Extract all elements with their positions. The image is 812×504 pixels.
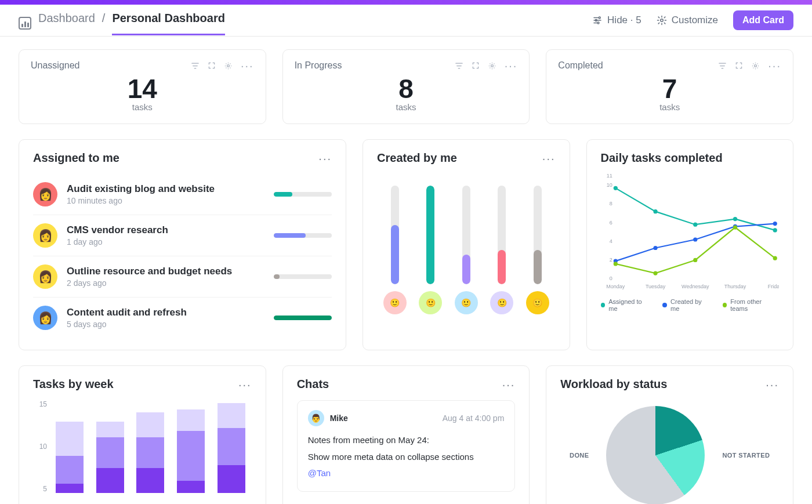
avatar: 🙂 [490, 291, 513, 314]
stat-card-unassigned[interactable]: Unassigned ··· 14 tasks [19, 49, 266, 124]
expand-icon[interactable] [208, 61, 216, 70]
breadcrumb-active[interactable]: Personal Dashboard [112, 12, 225, 35]
panel-title: Created by me [377, 151, 457, 165]
hide-button[interactable]: Hide · 5 [592, 14, 641, 26]
chat-message[interactable]: 👨 Mike Aug 4 at 4:00 pm Notes from meeti… [297, 400, 516, 492]
filter-icon[interactable] [718, 61, 727, 70]
gear-icon[interactable] [224, 61, 233, 70]
y-tick: 10 [33, 443, 47, 451]
more-icon[interactable]: ··· [505, 63, 518, 68]
task-time: 10 minutes ago [67, 196, 264, 205]
breadcrumb-root[interactable]: Dashboard [38, 12, 95, 35]
svg-point-21 [693, 223, 697, 227]
svg-text:Wednesday: Wednesday [682, 284, 709, 289]
expand-icon[interactable] [735, 61, 743, 70]
chats-panel: Chats ··· 👨 Mike Aug 4 at 4:00 pm Notes … [282, 365, 530, 504]
avatar: 👨 [308, 410, 324, 426]
svg-point-2 [597, 22, 599, 24]
svg-text:Monday: Monday [606, 284, 625, 289]
workload-pie-chart [606, 406, 705, 504]
daily-panel: Daily tasks completed 024681011MondayTue… [586, 139, 793, 350]
task-title: CMS vendor research [67, 224, 264, 236]
pie-label-notstarted: NOT STARTED [715, 452, 770, 459]
week-stack [96, 422, 124, 493]
stat-value: 8 [295, 73, 518, 104]
task-item[interactable]: 👩CMS vendor research1 day ago [33, 215, 332, 256]
customize-button[interactable]: Customize [657, 14, 718, 26]
more-icon[interactable]: ··· [502, 382, 516, 387]
more-icon[interactable]: ··· [318, 155, 332, 161]
task-title: Outline resource and budget needs [67, 266, 264, 277]
svg-point-28 [773, 222, 777, 226]
task-item[interactable]: 👩Audit existing blog and website10 minut… [33, 174, 332, 215]
customize-label: Customize [672, 14, 718, 26]
avatar: 🙂 [383, 291, 407, 314]
avatar: 🙂 [419, 291, 442, 314]
avatar: 🙂 [526, 291, 549, 314]
svg-point-31 [693, 258, 697, 262]
expand-icon[interactable] [472, 61, 480, 70]
vbar [462, 186, 470, 284]
svg-text:6: 6 [609, 220, 612, 226]
svg-point-23 [773, 228, 777, 232]
chat-line: Notes from meeting on May 24: [308, 432, 505, 449]
svg-point-19 [613, 186, 617, 190]
pie-label-done: DONE [570, 452, 596, 459]
stat-value: 7 [558, 73, 781, 104]
svg-point-20 [653, 209, 657, 213]
y-tick: 5 [33, 485, 47, 493]
task-progress [274, 233, 332, 238]
more-icon[interactable]: ··· [238, 382, 252, 387]
filter-icon[interactable] [191, 61, 200, 70]
stat-unit: tasks [31, 102, 254, 112]
stat-unit: tasks [295, 102, 518, 112]
svg-text:0: 0 [609, 275, 612, 281]
svg-point-5 [491, 64, 493, 67]
chat-mention[interactable]: @Tan [308, 465, 505, 482]
task-progress [274, 274, 332, 279]
svg-point-26 [693, 237, 697, 241]
daily-line-chart: 024681011MondayTuesdayWednesdayThursdayF… [601, 169, 779, 297]
hide-label: Hide · 5 [607, 14, 641, 26]
workload-panel: Workload by status ··· DONE NOT STARTED [546, 365, 793, 504]
header-actions: Hide · 5 Customize Add Card [592, 10, 793, 36]
svg-text:2: 2 [609, 257, 612, 263]
tasks-week-panel: Tasks by week ··· 15 10 5 [19, 365, 266, 504]
more-icon[interactable]: ··· [766, 382, 779, 387]
task-title: Content audit and refresh [67, 307, 264, 318]
chat-line: Show more meta data on collapse sections [308, 449, 505, 466]
svg-text:10: 10 [606, 182, 612, 188]
stat-unit: tasks [558, 102, 781, 112]
svg-text:Tuesday: Tuesday [645, 284, 665, 289]
svg-text:4: 4 [609, 238, 612, 244]
vbar [498, 186, 506, 284]
gear-icon [657, 15, 667, 26]
stat-title: Unassigned [31, 60, 80, 71]
add-card-button[interactable]: Add Card [733, 10, 793, 30]
task-time: 1 day ago [67, 237, 264, 246]
svg-text:11: 11 [606, 173, 612, 179]
task-progress [274, 192, 332, 197]
avatar: 👩 [33, 182, 57, 206]
stat-title: In Progress [295, 60, 342, 71]
week-stack [56, 422, 84, 493]
week-stack [217, 403, 245, 493]
task-item[interactable]: 👩Outline resource and budget needs2 days… [33, 256, 332, 298]
tasks-week-chart: 15 10 5 [33, 400, 252, 493]
gear-icon[interactable] [488, 61, 496, 70]
task-item[interactable]: 👩Content audit and refresh5 days ago [33, 298, 332, 338]
gear-icon[interactable] [751, 61, 760, 70]
breadcrumb-separator: / [102, 12, 106, 35]
svg-point-25 [653, 246, 657, 250]
more-icon[interactable]: ··· [241, 63, 254, 68]
svg-point-6 [755, 64, 757, 67]
legend-item: Assigned to me [601, 298, 651, 312]
more-icon[interactable]: ··· [542, 155, 556, 161]
task-time: 5 days ago [67, 320, 264, 329]
stat-card-completed[interactable]: Completed ··· 7 tasks [546, 49, 793, 124]
filter-icon[interactable] [455, 61, 463, 70]
stat-card-inprogress[interactable]: In Progress ··· 8 tasks [282, 49, 530, 124]
more-icon[interactable]: ··· [768, 63, 781, 68]
task-progress [274, 316, 332, 320]
stat-value: 14 [31, 73, 254, 104]
